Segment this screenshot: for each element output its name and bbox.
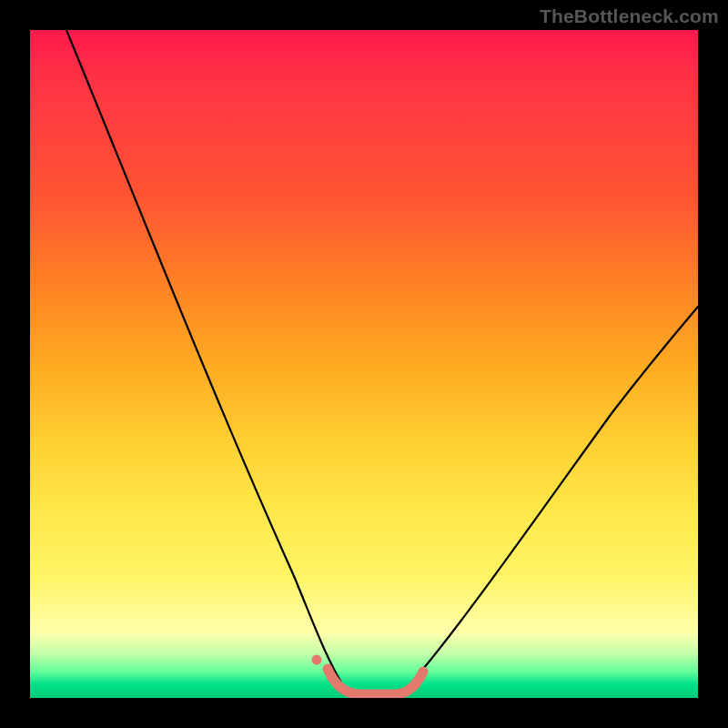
plot-area xyxy=(30,30,698,698)
trough-dot xyxy=(312,655,322,665)
chart-frame: TheBottleneck.com xyxy=(0,0,728,728)
curve-layer xyxy=(30,30,698,698)
trough-segment xyxy=(328,669,423,694)
right-curve xyxy=(408,307,698,687)
left-curve xyxy=(66,30,344,687)
watermark-text: TheBottleneck.com xyxy=(540,5,719,27)
